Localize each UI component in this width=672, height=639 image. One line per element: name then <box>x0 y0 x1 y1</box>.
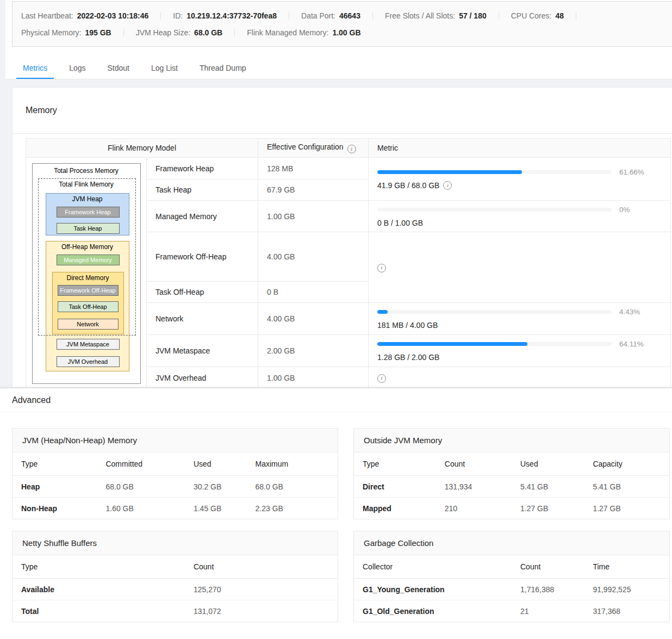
flink-memory-model-diagram: Total Process Memory Total Flink Memory … <box>32 163 141 384</box>
table-header-row: Collector Count Time <box>354 555 669 579</box>
table-row: G1_Young_Generation 1,716,388 91,992,525 <box>354 579 669 600</box>
column-header: Count <box>436 452 512 476</box>
panel-title: Netty Shuffle Buffers <box>13 531 338 555</box>
free-slots-label: Free Slots / All Slots: <box>385 11 455 20</box>
cell-value: 1.45 GB <box>185 498 247 519</box>
flink-managed-memory-value: 1.00 GB <box>332 28 360 37</box>
tab-stdout[interactable]: Stdout <box>107 57 129 79</box>
flink-managed-memory-label: Flink Managed Memory: <box>247 28 328 37</box>
memory-row-name: Task Off-Heap <box>147 282 258 303</box>
memory-table-header-row: Flink Memory Model Effective Configurati… <box>26 139 671 158</box>
diagram-jvm-overhead-box: JVM Overhead <box>57 356 120 367</box>
info-icon[interactable]: i <box>347 145 356 153</box>
memory-row-config: 4.00 GB <box>258 303 369 335</box>
cpu-cores-label: CPU Cores: <box>511 11 552 20</box>
memory-row-name: Network <box>147 303 258 335</box>
cell-value: 125,270 <box>185 579 338 600</box>
cell-value: 5.41 GB <box>512 476 584 498</box>
cpu-cores-item: CPU Cores: 48 <box>511 11 564 20</box>
table-row: G1_Old_Generation 21 317,368 <box>354 600 669 622</box>
divider <box>289 12 289 20</box>
diagram-off-heap-memory-label: Off-Heap Memory <box>46 243 129 251</box>
jvm-heap-size-item: JVM Heap Size: 68.0 GB <box>136 28 223 37</box>
column-header: Used <box>185 452 247 476</box>
diagram-total-process-memory-label: Total Process Memory <box>33 167 140 175</box>
divider <box>234 29 235 36</box>
tab-log-list[interactable]: Log List <box>151 57 178 79</box>
effective-configuration-label: Effective Configuration <box>267 142 344 151</box>
cell-value: 68.0 GB <box>247 476 338 498</box>
heap-progress-percent: 61.66% <box>619 168 662 176</box>
memory-row-name: Framework Heap <box>147 158 258 179</box>
data-port-label: Data Port: <box>301 11 335 20</box>
column-header: Type <box>13 555 185 579</box>
table-header-row: Type Committed Used Maximum <box>13 452 338 476</box>
tab-metrics[interactable]: Metrics <box>23 57 47 79</box>
column-header: Used <box>512 452 584 476</box>
info-icon[interactable]: i <box>443 181 452 190</box>
advanced-section: Advanced JVM (Heap/Non-Heap) Memory Type… <box>0 388 672 639</box>
memory-row-config: 2.00 GB <box>258 335 369 367</box>
divider <box>0 412 672 412</box>
column-header: Capacity <box>584 452 669 476</box>
managed-usage-value: 0 B / 1.00 GB <box>377 219 423 227</box>
cell-value: 5.41 GB <box>584 476 669 498</box>
last-heartbeat-value: 2022-02-03 10:18:46 <box>77 11 149 20</box>
diagram-jvm-heap-label: JVM Heap <box>46 195 129 203</box>
network-usage-value: 181 MB / 4.00 GB <box>377 321 438 330</box>
column-header: Time <box>584 555 669 579</box>
metrics-background: Memory Flink Memory Model Effective Conf… <box>0 79 672 388</box>
panel-outside-jvm-memory: Outside JVM Memory Type Count Used Capac… <box>353 428 670 519</box>
memory-row-config: 1.00 GB <box>258 201 369 232</box>
metric-cell-network: 4.43% 181 MB / 4.00 GB <box>369 303 671 335</box>
row-label: G1_Old_Generation <box>354 600 512 622</box>
diagram-jvm-metaspace-box: JVM Metaspace <box>57 339 120 350</box>
cell-value: 131,072 <box>185 600 338 622</box>
jvm-heap-size-value: 68.0 GB <box>194 28 222 37</box>
row-label: Heap <box>13 476 97 498</box>
info-icon[interactable]: i <box>377 374 386 383</box>
memory-row-config: 67.9 GB <box>258 179 369 201</box>
free-slots-value: 57 / 180 <box>459 11 487 20</box>
table-header-row: Type Count <box>13 555 338 579</box>
managed-progress-bar: 0% <box>377 206 662 214</box>
memory-row-name: Managed Memory <box>147 201 258 232</box>
table-row: Non-Heap 1.60 GB 1.45 GB 2.23 GB <box>13 498 338 519</box>
column-header-effective-configuration: Effective Configurationi <box>258 139 369 158</box>
info-icon[interactable]: i <box>377 264 386 272</box>
memory-row-name: Task Heap <box>147 179 258 201</box>
diagram-direct-memory-label: Direct Memory <box>53 274 123 282</box>
diagram-total-flink-memory-label: Total Flink Memory <box>33 181 140 188</box>
diagram-task-off-heap-box: Task Off-Heap <box>58 301 119 312</box>
column-header: Type <box>13 452 97 476</box>
outside-jvm-memory-table: Type Count Used Capacity Direct 131,934 … <box>354 452 669 519</box>
info-row-1: Last Heartbeat: 2022-02-03 10:18:46 ID: … <box>21 8 667 23</box>
jvm-heap-size-label: JVM Heap Size: <box>136 28 190 37</box>
memory-row-name: JVM Overhead <box>147 367 258 388</box>
cell-value: 131,934 <box>436 476 512 498</box>
top-content-area: Last Heartbeat: 2022-02-03 10:18:46 ID: … <box>5 0 672 79</box>
diagram-network-box: Network <box>58 319 119 330</box>
cell-value: 1.60 GB <box>97 498 184 519</box>
cell-value: 210 <box>436 498 512 519</box>
row-label: Direct <box>354 476 436 498</box>
column-header: Maximum <box>247 452 338 476</box>
tab-thread-dump[interactable]: Thread Dump <box>200 57 246 79</box>
row-label: Mapped <box>354 498 436 519</box>
column-header: Committed <box>97 452 184 476</box>
metaspace-usage-text: 1.28 GB / 2.00 GB <box>377 353 662 362</box>
cell-value: 30.2 GB <box>185 476 247 498</box>
tab-logs[interactable]: Logs <box>69 57 85 79</box>
metaspace-progress-percent: 64.11% <box>619 340 662 348</box>
advanced-title: Advanced <box>0 388 672 405</box>
heap-usage-value: 41.9 GB / 68.0 GB <box>377 181 439 190</box>
id-value: 10.219.12.4:37732-70fea8 <box>186 11 277 20</box>
divider <box>160 12 161 20</box>
physical-memory-label: Physical Memory: <box>21 28 81 37</box>
cell-value: 317,368 <box>584 600 669 622</box>
last-heartbeat-label: Last Heartbeat: <box>21 11 73 20</box>
tab-bar: Metrics Logs Stdout Log List Thread Dump <box>5 57 672 79</box>
cpu-cores-value: 48 <box>555 11 564 20</box>
row-label: G1_Young_Generation <box>354 579 512 600</box>
taskmanager-info-panel: Last Heartbeat: 2022-02-03 10:18:46 ID: … <box>12 1 672 47</box>
